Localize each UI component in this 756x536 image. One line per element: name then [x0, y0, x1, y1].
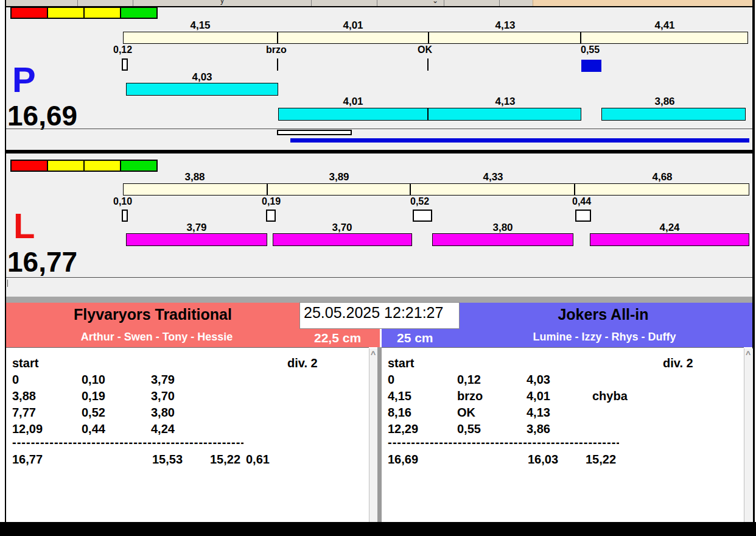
- l-split-label-2: 3,89: [329, 171, 349, 183]
- table-separator: ----------------------------------------…: [388, 434, 619, 450]
- toolbar-divider: [311, 0, 312, 6]
- toolbar-divider: [77, 0, 78, 6]
- left-sum-2: 15,22: [210, 451, 240, 467]
- l-footer-tick: [7, 280, 8, 287]
- p-run2-label-1: 4,01: [343, 96, 363, 108]
- legend-yellow-box: [83, 7, 121, 19]
- table-cell: 3,79: [151, 372, 175, 387]
- scroll-up-icon[interactable]: ^: [371, 350, 376, 359]
- p-run2-label-2: 4,13: [495, 96, 515, 108]
- p-split-segment: [124, 32, 278, 43]
- l-run-bar-4: [590, 233, 749, 246]
- table-cell: 4,03: [527, 372, 550, 387]
- l-marker-label-2: 0,19: [262, 196, 281, 207]
- l-marker-box-2: [266, 210, 276, 222]
- l-run-label-1: 3,79: [186, 222, 206, 234]
- table-cell: 3,80: [151, 404, 175, 420]
- p-run1-label: 4,03: [192, 71, 212, 83]
- p-run-bar-4: [601, 108, 746, 121]
- table-cell: 0,52: [82, 404, 105, 420]
- l-footer-strip: [6, 278, 752, 297]
- left-sum-1: 15,53: [152, 451, 183, 467]
- p-marker-label-4: 0,55: [581, 44, 600, 55]
- l-split-label-3: 4,33: [483, 171, 503, 183]
- l-marker-box-1: [122, 210, 128, 222]
- scroll-up-icon[interactable]: ^: [746, 350, 751, 359]
- toolbar-divider: [133, 0, 133, 6]
- table-cell: 4,13: [527, 404, 550, 420]
- p-run-bar-1: [126, 83, 278, 96]
- table-cell: 0: [12, 372, 19, 387]
- table-cell: 4,01: [527, 388, 550, 404]
- right-team-name: Jokers All-in: [461, 306, 745, 323]
- p-progress-bar: [290, 138, 749, 143]
- toolbar-divider: [444, 0, 444, 6]
- l-run-label-3: 3,80: [492, 222, 513, 234]
- left-team-name: Flyvaryors Traditional: [6, 306, 299, 323]
- legend-green-box: [120, 7, 158, 19]
- background-window-strip: [533, 0, 753, 6]
- lane-l-total: 16,77: [7, 249, 77, 275]
- l-run-bar-2: [273, 233, 412, 246]
- l-split-label-4: 4,68: [652, 171, 672, 183]
- left-total-time: 16,77: [12, 451, 43, 467]
- table-cell: 4,15: [388, 388, 411, 404]
- left-results-table: start div. 2 0 0,10 3,79 3,88 0,19 3,70 …: [6, 347, 369, 523]
- table-separator: ----------------------------------------…: [12, 434, 243, 450]
- l-split-segment: [575, 184, 749, 195]
- p-split-label-3: 4,13: [495, 19, 515, 32]
- table-divider: [377, 347, 382, 522]
- p-marker-box-4: [581, 60, 601, 72]
- legend-yellow-box: [83, 160, 121, 172]
- p-marker-label-1: 0,12: [113, 44, 132, 55]
- bottom-black-bar: [0, 522, 756, 536]
- lane-p-letter: P: [12, 65, 36, 95]
- table-cell: 0,12: [457, 372, 481, 387]
- left-table-scrollbar[interactable]: ^: [369, 348, 378, 522]
- right-results-table: start div. 2 0 0,12 4,03 4,15 brzo 4,01 …: [382, 347, 744, 523]
- toolbar-text-fragment: y: [220, 0, 224, 5]
- lane-l-status-legend: [10, 160, 158, 172]
- toolbar-divider: [377, 0, 377, 6]
- right-team-members: Lumine - Izzy - Rhys - Duffy: [461, 331, 747, 344]
- l-marker-label-1: 0,10: [113, 196, 132, 207]
- l-marker-box-4: [575, 210, 591, 222]
- datetime-display: 25.05.2025 12:21:27: [299, 302, 460, 329]
- table-cell: OK: [457, 404, 475, 420]
- legend-yellow-box: [47, 160, 85, 172]
- right-table-scrollbar[interactable]: ^: [744, 348, 753, 522]
- table-cell: 0: [388, 372, 394, 387]
- l-marker-box-3: [413, 210, 432, 222]
- p-split-segment: [278, 32, 430, 43]
- l-marker-label-3: 0,52: [410, 196, 429, 207]
- lane-p-total: 16,69: [7, 103, 77, 129]
- legend-yellow-box: [47, 7, 85, 19]
- l-run-label-4: 4,24: [659, 222, 679, 234]
- right-col-start: start: [388, 355, 414, 371]
- p-split-segment: [581, 32, 747, 43]
- p-split-bar: [123, 32, 748, 44]
- legend-green-box: [120, 160, 158, 172]
- table-cell: 8,16: [388, 404, 411, 420]
- right-team-distance: 25 cm: [397, 331, 433, 345]
- lane-p-status-legend: [10, 7, 158, 19]
- toolbar-divider: [499, 0, 500, 6]
- p-run-bar-3: [428, 108, 581, 121]
- table-cell: 7,77: [12, 404, 36, 420]
- right-sum-2: 15,22: [586, 451, 616, 467]
- table-cell: brzo: [457, 388, 483, 404]
- chevron-down-icon: ⌄: [432, 0, 438, 5]
- p-marker-label-2: brzo: [266, 44, 287, 55]
- p-marker-tick-2: [277, 58, 278, 71]
- p-split-label-2: 4,01: [343, 19, 363, 32]
- l-run-bar-1: [126, 233, 267, 246]
- legend-red-box: [10, 7, 48, 19]
- right-sum-1: 16,03: [528, 451, 558, 467]
- lane-l-panel: [6, 153, 752, 297]
- table-cell: 0,19: [82, 388, 105, 404]
- toolbar-fragment[interactable]: y ⌄: [6, 0, 533, 6]
- p-run-bar-2: [278, 108, 429, 121]
- table-cell-fault: chyba: [592, 388, 628, 404]
- legend-red-box: [10, 160, 48, 172]
- table-cell: 3,88: [12, 388, 36, 404]
